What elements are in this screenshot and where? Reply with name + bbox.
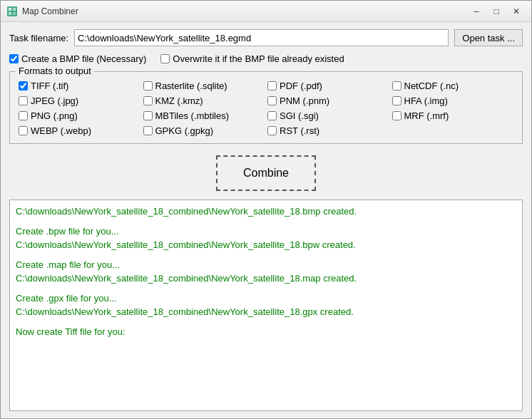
format-item[interactable]: RST (.rst) — [267, 125, 389, 136]
open-task-button[interactable]: Open task ... — [454, 29, 523, 46]
output-line: Now create Tiff file for you: — [16, 325, 516, 339]
format-label: NetCDF (.nc) — [404, 81, 459, 91]
format-label: TIFF (.tif) — [31, 81, 68, 91]
format-checkbox[interactable] — [143, 111, 153, 120]
format-checkbox[interactable] — [392, 81, 401, 90]
format-item[interactable]: NetCDF (.nc) — [392, 81, 514, 91]
svg-rect-3 — [9, 12, 11, 15]
combine-row: Combine — [9, 155, 523, 191]
output-line: Create .map file for you... — [16, 258, 516, 272]
format-label: RST (.rst) — [280, 125, 319, 136]
format-item[interactable]: PNG (.png) — [19, 110, 140, 121]
task-filename-label: Task filename: — [9, 33, 68, 43]
create-bmp-checkbox[interactable] — [9, 54, 19, 63]
format-item[interactable]: KMZ (.kmz) — [143, 95, 265, 106]
format-label: KMZ (.kmz) — [155, 95, 203, 106]
formats-group: Formats to output TIFF (.tif)Rasterlite … — [9, 71, 523, 144]
svg-rect-4 — [13, 12, 16, 15]
titlebar-title: Map Combiner — [22, 6, 78, 16]
format-item[interactable]: HFA (.img) — [392, 95, 514, 106]
format-label: Rasterlite (.sqlite) — [155, 81, 227, 91]
format-checkbox[interactable] — [267, 81, 277, 90]
format-label: SGI (.sgi) — [280, 110, 319, 121]
app-icon — [6, 6, 18, 17]
task-filename-row: Task filename: Open task ... — [9, 29, 523, 46]
format-item[interactable]: PDF (.pdf) — [267, 81, 389, 91]
format-label: PNG (.png) — [31, 110, 78, 121]
main-content: Task filename: Open task ... Create a BM… — [1, 22, 531, 418]
titlebar-left: Map Combiner — [6, 6, 78, 17]
format-checkbox[interactable] — [267, 111, 277, 120]
output-line: C:\downloads\NewYork_satellite_18_combin… — [16, 305, 516, 319]
format-item[interactable]: PNM (.pnm) — [267, 95, 389, 106]
options-row: Create a BMP file (Necessary) Overwrite … — [9, 52, 523, 66]
format-label: GPKG (.gpkg) — [155, 125, 214, 136]
format-label: WEBP (.webp) — [31, 125, 91, 136]
format-label: MBTiles (.mbtiles) — [155, 110, 230, 121]
format-label: PDF (.pdf) — [280, 81, 322, 91]
format-item[interactable]: MRF (.mrf) — [392, 110, 514, 121]
format-checkbox[interactable] — [143, 81, 153, 90]
format-item[interactable]: SGI (.sgi) — [267, 110, 389, 121]
format-checkbox[interactable] — [143, 96, 153, 105]
format-checkbox[interactable] — [392, 111, 401, 120]
close-button[interactable]: ✕ — [507, 4, 526, 19]
create-bmp-checkbox-label[interactable]: Create a BMP file (Necessary) — [9, 53, 146, 64]
overwrite-bmp-checkbox[interactable] — [160, 54, 170, 63]
format-checkbox[interactable] — [392, 96, 401, 105]
minimize-button[interactable]: – — [467, 4, 486, 19]
create-bmp-label: Create a BMP file (Necessary) — [21, 53, 146, 64]
format-label: HFA (.img) — [404, 95, 448, 106]
format-checkbox[interactable] — [19, 126, 28, 135]
svg-rect-2 — [13, 8, 16, 11]
format-item[interactable]: Rasterlite (.sqlite) — [143, 81, 265, 91]
format-item[interactable]: JPEG (.jpg) — [19, 95, 140, 106]
format-item[interactable]: MBTiles (.mbtiles) — [143, 110, 265, 121]
svg-rect-1 — [9, 8, 11, 11]
format-checkbox[interactable] — [143, 126, 153, 135]
overwrite-bmp-checkbox-label[interactable]: Overwrite it if the BMP file already exi… — [160, 53, 344, 64]
format-item[interactable]: GPKG (.gpkg) — [143, 125, 265, 136]
output-line: Create .gpx file for you... — [16, 291, 516, 306]
output-line: Create .bpw file for you... — [16, 224, 516, 239]
format-checkbox[interactable] — [19, 111, 28, 120]
format-checkbox[interactable] — [267, 126, 277, 135]
format-checkbox[interactable] — [19, 81, 28, 90]
task-filename-input[interactable] — [74, 29, 449, 46]
main-window: Map Combiner – □ ✕ Task filename: Open t… — [0, 0, 532, 419]
format-checkbox[interactable] — [19, 96, 28, 105]
format-item[interactable]: TIFF (.tif) — [19, 81, 140, 91]
format-label: PNM (.pnm) — [280, 95, 329, 106]
overwrite-bmp-label: Overwrite it if the BMP file already exi… — [173, 53, 344, 64]
format-label: MRF (.mrf) — [404, 110, 449, 121]
output-area: C:\downloads\NewYork_satellite_18_combin… — [9, 200, 523, 411]
titlebar-controls: – □ ✕ — [467, 4, 526, 19]
output-line: C:\downloads\NewYork_satellite_18_combin… — [16, 271, 516, 286]
output-line: C:\downloads\NewYork_satellite_18_combin… — [16, 205, 516, 219]
formats-grid: TIFF (.tif)Rasterlite (.sqlite)PDF (.pdf… — [19, 81, 513, 136]
format-checkbox[interactable] — [267, 96, 277, 105]
formats-legend: Formats to output — [16, 66, 94, 76]
maximize-button[interactable]: □ — [487, 4, 506, 19]
combine-button[interactable]: Combine — [216, 155, 316, 191]
titlebar: Map Combiner – □ ✕ — [1, 1, 531, 22]
output-line: C:\downloads\NewYork_satellite_18_combin… — [16, 238, 516, 252]
format-label: JPEG (.jpg) — [31, 95, 78, 106]
format-item[interactable]: WEBP (.webp) — [19, 125, 140, 136]
